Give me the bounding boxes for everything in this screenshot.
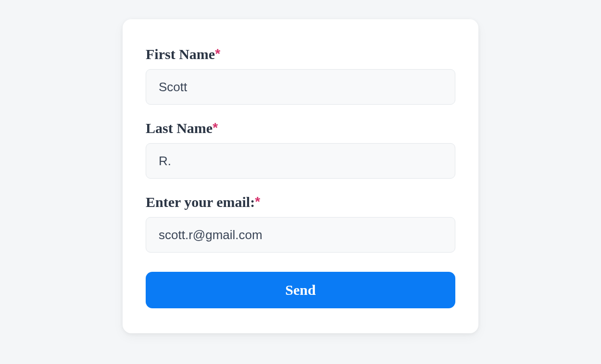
required-asterisk: * — [215, 46, 220, 61]
first-name-label: First Name* — [146, 46, 455, 62]
form-card: First Name* Last Name* Enter your email:… — [123, 19, 478, 333]
last-name-input[interactable] — [146, 143, 455, 179]
email-group: Enter your email:* — [146, 194, 455, 253]
last-name-group: Last Name* — [146, 120, 455, 179]
last-name-label: Last Name* — [146, 120, 455, 136]
first-name-input[interactable] — [146, 69, 455, 105]
email-input[interactable] — [146, 217, 455, 253]
first-name-label-text: First Name — [146, 46, 215, 62]
send-button[interactable]: Send — [146, 272, 455, 308]
email-label: Enter your email:* — [146, 194, 455, 210]
required-asterisk: * — [213, 120, 218, 135]
first-name-group: First Name* — [146, 46, 455, 105]
required-asterisk: * — [255, 194, 260, 209]
email-label-text: Enter your email: — [146, 194, 255, 210]
last-name-label-text: Last Name — [146, 120, 213, 136]
